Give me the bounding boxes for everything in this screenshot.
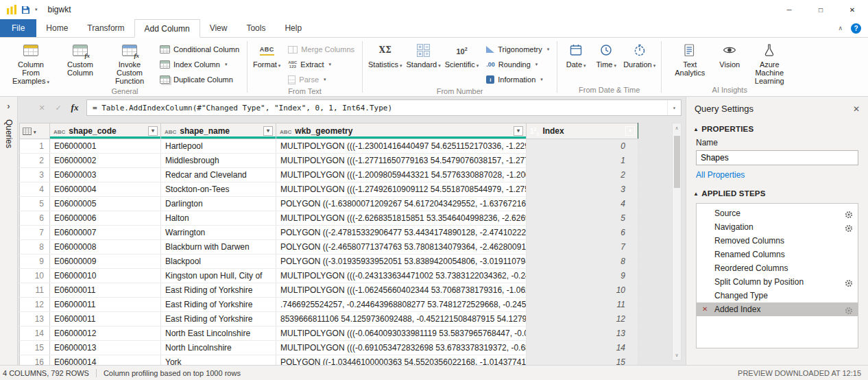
column-header-shape-name[interactable]: ABCshape_name ▾ (161, 123, 276, 139)
table-row[interactable]: 10 E06000010 Kingston upon Hull, City of… (20, 269, 638, 283)
row-number-cell[interactable]: 5 (20, 197, 50, 211)
column-from-examples-button[interactable]: Column From Examples▾ (6, 41, 56, 86)
row-number-cell[interactable]: 15 (20, 341, 50, 355)
ribbon-tab[interactable]: Help (275, 19, 311, 37)
duration-button[interactable]: Duration▾ (621, 41, 658, 70)
extract-button[interactable]: ABC123 Extract ▾ (287, 58, 359, 71)
table-row[interactable]: 3 E06000003 Redcar and Cleveland MULTIPO… (20, 168, 638, 182)
information-button[interactable]: i Information ▾ (485, 73, 553, 86)
ribbon-tab[interactable]: Home (36, 19, 77, 37)
row-number-cell[interactable]: 14 (20, 326, 50, 341)
row-number-cell[interactable]: 4 (20, 182, 50, 197)
applied-step[interactable]: ✕ Added Index (697, 302, 858, 316)
step-settings-gear-icon[interactable] (845, 223, 853, 231)
shape-code-cell[interactable]: E06000010 (50, 269, 161, 283)
column-header-shape-code[interactable]: ABCshape_code ▾ (50, 123, 161, 139)
shape-code-cell[interactable]: E06000002 (50, 154, 161, 168)
queries-pane-label[interactable]: Queries (4, 119, 14, 148)
row-number-cell[interactable]: 7 (20, 226, 50, 240)
cancel-formula-icon[interactable]: ✕ (34, 104, 49, 112)
index-cell[interactable]: 15 (527, 355, 638, 366)
table-row[interactable]: 2 E06000002 Middlesbrough MULTIPOLYGON (… (20, 154, 638, 168)
commit-formula-icon[interactable]: ✓ (51, 104, 66, 112)
index-cell[interactable]: 11 (527, 298, 638, 312)
shape-name-cell[interactable]: Stockton-on-Tees (161, 182, 276, 197)
ribbon-tab[interactable]: Tools (237, 19, 275, 37)
ribbon-tab[interactable]: Add Column (134, 19, 200, 38)
applied-step[interactable]: ✕ Reordered Columns (697, 261, 858, 275)
row-number-cell[interactable]: 11 (20, 283, 50, 298)
profiling-status[interactable]: Column profiling based on top 1000 rows (104, 369, 241, 377)
wkb-geometry-cell[interactable]: POLYGON ((-1.03446100000363 54.552035602… (276, 355, 527, 366)
step-settings-gear-icon[interactable] (845, 305, 853, 313)
table-row[interactable]: 8 E06000008 Blackburn with Darwen POLYGO… (20, 240, 638, 254)
applied-step[interactable]: ✕ Source (697, 206, 858, 220)
shape-name-cell[interactable]: Darlington (161, 197, 276, 211)
row-number-cell[interactable]: 2 (20, 154, 50, 168)
wkb-geometry-cell[interactable]: POLYGON ((-3.01935933952051 53.838942005… (276, 254, 527, 269)
shape-name-cell[interactable]: Kingston upon Hull, City of (161, 269, 276, 283)
save-icon[interactable] (21, 5, 30, 14)
table-row[interactable]: 12 E06000011 East Riding of Yorkshire .7… (20, 298, 638, 312)
step-settings-gear-icon[interactable] (845, 209, 853, 217)
help-icon[interactable]: ? (851, 23, 861, 34)
shape-code-cell[interactable]: E06000006 (50, 211, 161, 226)
format-button[interactable]: ABC Format▾ (251, 41, 282, 70)
scroll-down-icon[interactable]: ∨ (673, 351, 681, 360)
text-analytics-button[interactable]: Text Analytics (665, 41, 714, 77)
properties-section-header[interactable]: ▴ PROPERTIES (686, 119, 868, 136)
table-row[interactable]: 14 E06000012 North East Lincolnshire MUL… (20, 326, 638, 341)
shape-code-cell[interactable]: E06000013 (50, 341, 161, 355)
row-number-cell[interactable]: 8 (20, 240, 50, 254)
applied-step[interactable]: ✕ Renamed Columns (697, 248, 858, 261)
ribbon-tab[interactable]: View (200, 19, 237, 37)
index-cell[interactable]: 3 (527, 182, 638, 197)
wkb-geometry-cell[interactable]: MULTIPOLYGON (((-0.243133634471002 53.73… (276, 269, 527, 283)
row-number-cell[interactable]: 1 (20, 139, 50, 154)
ribbon-tab[interactable]: File (0, 19, 36, 37)
formula-input[interactable]: = Table.AddIndexColumn(#"Changed Type", … (86, 99, 682, 116)
close-button[interactable]: ✕ (836, 0, 868, 19)
table-row[interactable]: 9 E06000009 Blackpool POLYGON ((-3.01935… (20, 254, 638, 269)
parse-button[interactable]: Parse ▾ (287, 73, 359, 86)
applied-step[interactable]: ✕ Removed Columns (697, 234, 858, 248)
close-panel-icon[interactable]: ✕ (853, 104, 860, 114)
ribbon-tab[interactable]: Transform (77, 19, 134, 37)
row-number-cell[interactable]: 16 (20, 355, 50, 366)
table-row[interactable]: 5 E06000005 Darlington POLYGON ((-1.6380… (20, 197, 638, 211)
shape-code-cell[interactable]: E06000007 (50, 226, 161, 240)
table-row[interactable]: 13 E06000011 East Riding of Yorkshire 85… (20, 312, 638, 326)
table-row[interactable]: 11 E06000011 East Riding of Yorkshire MU… (20, 283, 638, 298)
index-cell[interactable]: 1 (527, 154, 638, 168)
table-row[interactable]: 4 E06000004 Stockton-on-Tees MULTIPOLYGO… (20, 182, 638, 197)
table-corner-menu[interactable]: ▾ (20, 123, 50, 139)
shape-code-cell[interactable]: E06000014 (50, 355, 161, 366)
shape-name-cell[interactable]: Blackpool (161, 254, 276, 269)
row-number-cell[interactable]: 13 (20, 312, 50, 326)
azure-machine-learning-button[interactable]: Azure Machine Learning (745, 41, 794, 85)
applied-step[interactable]: ✕ Split Column by Position (697, 275, 858, 289)
column-header-wkb-geometry[interactable]: ABCwkb_geometry ▾ (276, 123, 527, 139)
shape-name-cell[interactable]: Hartlepool (161, 139, 276, 154)
row-number-cell[interactable]: 10 (20, 269, 50, 283)
applied-step[interactable]: ✕ Navigation (697, 220, 858, 234)
wkb-geometry-cell[interactable]: MULTIPOLYGON (((-2.6268351815851 53.3546… (276, 211, 527, 226)
index-cell[interactable]: 0 (527, 139, 638, 154)
conditional-column-button[interactable]: Conditional Column (158, 43, 243, 56)
wkb-geometry-cell[interactable]: MULTIPOLYGON (((-1.23001416440497 54.625… (276, 139, 527, 154)
statistics-button[interactable]: ΧΣ Statistics▾ (366, 41, 405, 70)
expand-queries-icon[interactable]: › (7, 101, 10, 111)
index-cell[interactable]: 14 (527, 341, 638, 355)
wkb-geometry-cell[interactable]: 8539666811106 54.1259736092488, -0.45212… (276, 312, 527, 326)
shape-name-cell[interactable]: York (161, 355, 276, 366)
wkb-geometry-cell[interactable]: MULTIPOLYGON (((-0.691053472832698 53.67… (276, 341, 527, 355)
table-row[interactable]: 1 E06000001 Hartlepool MULTIPOLYGON (((-… (20, 139, 638, 154)
vision-button[interactable]: Vision (714, 41, 745, 69)
duplicate-column-button[interactable]: Duplicate Column (158, 73, 243, 86)
custom-column-button[interactable]: Custom Column (56, 41, 105, 77)
index-cell[interactable]: 5 (527, 211, 638, 226)
wkb-geometry-cell[interactable]: MULTIPOLYGON (((-0.0640093033981119 53.5… (276, 326, 527, 341)
table-row[interactable]: 16 E06000014 York POLYGON ((-1.034461000… (20, 355, 638, 366)
shape-name-cell[interactable]: Redcar and Cleveland (161, 168, 276, 182)
collapse-ribbon-icon[interactable]: ∧ (838, 25, 843, 32)
